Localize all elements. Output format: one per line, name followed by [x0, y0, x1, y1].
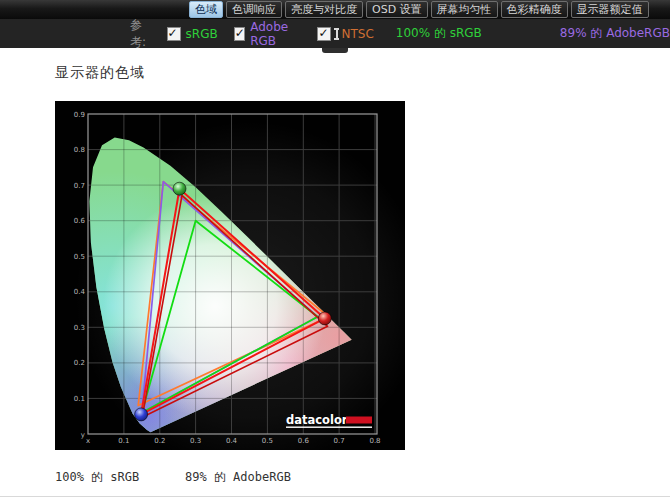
tab-color-accuracy[interactable]: 色彩精确度 [501, 1, 568, 18]
svg-text:0.7: 0.7 [74, 182, 85, 190]
tab-screen-uniformity[interactable]: 屏幕均匀性 [431, 1, 498, 18]
tab-gamut[interactable]: 色域 [189, 1, 223, 18]
red-primary-marker [318, 312, 331, 325]
cie-chromaticity-chart: x0.10.20.30.40.50.60.70.80.90.80.70.60.5… [55, 101, 405, 450]
svg-text:0.8: 0.8 [74, 146, 85, 154]
checkbox-group-ntsc[interactable]: NTSC [317, 27, 373, 41]
footer-srgb-coverage: 100% 的 sRGB [55, 469, 139, 486]
logo-red-bar [346, 417, 372, 424]
checkbox-checked-icon[interactable] [317, 27, 331, 41]
green-primary-marker [173, 182, 186, 195]
svg-text:0.4: 0.4 [74, 288, 86, 296]
svg-text:0.6: 0.6 [74, 217, 86, 225]
tab-tone-response[interactable]: 色调响应 [226, 1, 282, 18]
logo-underline [286, 427, 372, 428]
checkbox-label-srgb: sRGB [186, 27, 218, 41]
svg-text:0.8: 0.8 [369, 437, 380, 445]
svg-text:0.6: 0.6 [298, 437, 310, 445]
text-cursor-icon [333, 27, 340, 41]
srgb-coverage-stat: 100% 的 sRGB [396, 25, 482, 42]
logo-text: datacolor [286, 413, 348, 427]
checkbox-checked-icon[interactable] [234, 27, 245, 41]
gamut-svg: x0.10.20.30.40.50.60.70.80.90.80.70.60.5… [55, 101, 405, 450]
footer-adobe-rgb-coverage: 89% 的 AdobeRGB [185, 469, 291, 486]
checkbox-label-adobe-rgb: Adobe RGB [250, 20, 303, 48]
adobe-rgb-coverage-stat: 89% 的 AdobeRGB [560, 25, 670, 42]
checkbox-checked-icon[interactable] [167, 27, 181, 41]
checkbox-label-ntsc: NTSC [341, 27, 373, 41]
tab-bar: 色域 色调响应 亮度与对比度 OSD 设置 屏幕均匀性 色彩精确度 显示器额定值 [0, 0, 670, 19]
svg-text:0.9: 0.9 [74, 111, 85, 119]
svg-text:0.4: 0.4 [226, 437, 238, 445]
reference-label: 参考: [130, 17, 153, 51]
svg-text:x: x [86, 437, 90, 445]
svg-text:0.5: 0.5 [74, 253, 85, 261]
checkbox-group-adobe-rgb[interactable]: Adobe RGB [234, 20, 304, 48]
page: 色域 色调响应 亮度与对比度 OSD 设置 屏幕均匀性 色彩精确度 显示器额定值… [0, 0, 670, 504]
reference-bar: 参考: sRGB Adobe RGB NTSC 100% 的 sRGB 89% … [0, 19, 670, 48]
tab-strip: 色域 色调响应 亮度与对比度 OSD 设置 屏幕均匀性 色彩精确度 显示器额定值 [189, 1, 652, 18]
svg-text:0.3: 0.3 [190, 437, 201, 445]
svg-text:0.5: 0.5 [262, 437, 273, 445]
tab-display-rating[interactable]: 显示器额定值 [571, 1, 649, 18]
svg-text:0.2: 0.2 [154, 437, 165, 445]
svg-text:y: y [81, 431, 85, 439]
checkbox-group-srgb[interactable]: sRGB [167, 27, 218, 41]
svg-text:0.7: 0.7 [334, 437, 345, 445]
svg-text:0.1: 0.1 [74, 395, 85, 403]
tab-brightness-contrast[interactable]: 亮度与对比度 [285, 1, 363, 18]
page-title: 显示器的色域 [55, 64, 145, 82]
panel-collapse-handle[interactable] [322, 48, 348, 53]
tab-osd-settings[interactable]: OSD 设置 [366, 1, 428, 18]
blue-primary-marker [135, 408, 148, 421]
svg-text:0.3: 0.3 [74, 324, 85, 332]
svg-text:0.2: 0.2 [74, 359, 85, 367]
svg-text:0.1: 0.1 [118, 437, 129, 445]
bottom-divider [0, 496, 670, 497]
